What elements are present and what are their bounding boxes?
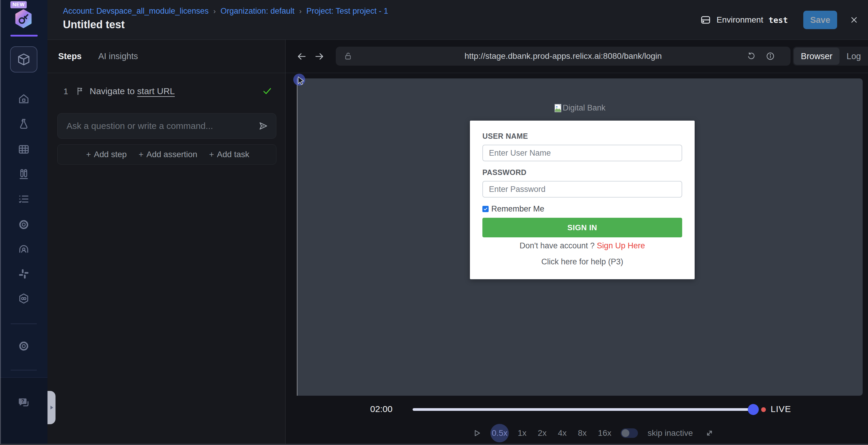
username-label: USER NAME <box>483 132 528 141</box>
speed-1x-button[interactable]: 1x <box>518 428 527 438</box>
topbar-actions: Environment test Save <box>700 0 859 40</box>
playback-controls: 0.5x 1x 2x 4x 8x 16x skip inactive <box>472 422 715 444</box>
page-title[interactable]: Untitled test <box>63 19 125 31</box>
add-task-button[interactable]: +Add task <box>209 150 249 159</box>
sidebar-item-configuration[interactable] <box>0 219 48 231</box>
test-columns-icon <box>18 168 30 180</box>
step-passed-check-icon <box>262 86 273 96</box>
speed-0-5x-button[interactable]: 0.5x <box>490 424 509 442</box>
sidebar-divider <box>11 324 37 324</box>
tab-log[interactable]: Log <box>839 51 868 61</box>
package-cube-icon <box>17 53 31 66</box>
check-icon <box>483 207 488 211</box>
close-button[interactable] <box>849 15 859 25</box>
step-actions-bar: +Add step +Add assertion +Add task <box>57 144 276 165</box>
sign-up-link[interactable]: Sign Up Here <box>597 241 645 250</box>
password-label: PASSWORD <box>483 168 527 177</box>
step-row[interactable]: 1 Navigate to start URL <box>48 81 286 103</box>
breadcrumb-project[interactable]: Project: Test project - 1 <box>306 6 388 16</box>
panel-collapse-handle[interactable] <box>48 391 56 424</box>
sidebar-divider <box>11 370 37 370</box>
step-description: Navigate to start URL <box>90 86 175 96</box>
sidebar-bottom-section: ? AU <box>0 377 48 445</box>
play-button[interactable] <box>472 428 482 438</box>
save-button[interactable]: Save <box>803 11 837 29</box>
new-badge: NEW <box>10 1 27 8</box>
speed-2x-button[interactable]: 2x <box>538 428 547 438</box>
broken-image-icon <box>555 104 562 113</box>
info-icon <box>766 51 775 61</box>
tab-steps[interactable]: Steps <box>58 51 82 61</box>
speed-8x-button[interactable]: 8x <box>578 428 587 438</box>
browser-panel: http://stage.dbank.prod-apps.relicx.ai:8… <box>286 40 868 445</box>
flag-icon <box>75 86 85 96</box>
tab-ai-insights[interactable]: AI insights <box>98 51 138 61</box>
play-icon <box>472 428 482 438</box>
remember-me-row: Remember Me <box>483 204 545 214</box>
send-command-button[interactable] <box>250 120 276 131</box>
fullscreen-button[interactable] <box>704 428 715 439</box>
replay-cursor <box>293 74 310 90</box>
sidebar-item-data-tables[interactable] <box>0 143 48 155</box>
browser-forward-button[interactable] <box>314 51 325 62</box>
environment-label: Environment <box>717 15 763 25</box>
timeline-track[interactable] <box>413 408 751 411</box>
sidebar-item-test-editor[interactable] <box>10 46 37 72</box>
hard-drive-icon <box>700 14 711 26</box>
environment-value[interactable]: test <box>769 16 788 25</box>
add-step-button[interactable]: +Add step <box>86 150 127 159</box>
password-field[interactable] <box>483 181 682 198</box>
tab-browser[interactable]: Browser <box>794 48 839 65</box>
sidebar-item-user-insights[interactable] <box>0 244 48 256</box>
sidebar-item-lab[interactable] <box>0 118 48 130</box>
sidebar-item-settings[interactable] <box>0 340 48 352</box>
topbar: Account: Devspace_all_module_licenses › … <box>48 0 868 40</box>
add-assertion-button[interactable]: +Add assertion <box>138 150 197 159</box>
speed-4x-button[interactable]: 4x <box>558 428 567 438</box>
command-input-container <box>57 113 276 139</box>
logo-underline <box>10 35 38 36</box>
skip-inactive-toggle[interactable] <box>621 428 638 438</box>
slack-icon <box>18 268 30 280</box>
step-text-prefix: Navigate to <box>90 86 137 96</box>
app-logo[interactable] <box>14 8 33 29</box>
expand-icon <box>704 428 715 439</box>
command-input[interactable] <box>58 121 250 131</box>
remember-me-label: Remember Me <box>491 204 545 214</box>
login-card: USER NAME PASSWORD Remember Me SIGN IN D… <box>470 121 695 279</box>
username-field[interactable] <box>483 145 682 161</box>
remember-me-checkbox[interactable] <box>483 206 489 212</box>
steps-panel: Steps AI insights 1 Navigate to start UR… <box>48 40 286 445</box>
sidebar-item-home[interactable] <box>0 93 48 105</box>
plus-icon: + <box>86 150 91 159</box>
help-link[interactable]: Click here for help (P3) <box>470 257 695 266</box>
url-text: http://stage.dbank.prod-apps.relicx.ai:8… <box>336 51 790 61</box>
speed-16x-button[interactable]: 16x <box>598 428 611 438</box>
info-button[interactable] <box>766 51 775 61</box>
sidebar-item-help[interactable]: ? <box>0 396 48 409</box>
send-icon <box>257 120 269 131</box>
reload-button[interactable] <box>747 51 756 61</box>
help-chat-icon: ? <box>17 396 30 409</box>
sidebar-item-runs-list[interactable] <box>0 193 48 205</box>
address-bar[interactable]: http://stage.dbank.prod-apps.relicx.ai:8… <box>336 47 790 66</box>
browser-viewport: Digital Bank USER NAME PASSWORD Remember… <box>297 79 863 396</box>
environment-selector[interactable] <box>700 14 711 26</box>
sidebar-item-integrations[interactable] <box>0 293 48 304</box>
lock-open-icon <box>343 51 353 61</box>
breadcrumb-organization[interactable]: Organization: default <box>221 6 294 16</box>
sign-in-button[interactable]: SIGN IN <box>483 218 682 237</box>
start-url-link[interactable]: start URL <box>137 86 175 96</box>
sidebar-item-slack[interactable] <box>0 268 48 280</box>
bank-logo-row: Digital Bank <box>298 103 863 113</box>
breadcrumb-account[interactable]: Account: Devspace_all_module_licenses <box>63 6 209 16</box>
flask-icon <box>18 118 30 130</box>
timeline-playhead[interactable] <box>748 404 759 415</box>
sidebar-item-test-suites[interactable] <box>0 168 48 180</box>
live-dot-icon <box>761 407 766 412</box>
plus-icon: + <box>138 150 144 159</box>
playback-time: 02:00 <box>370 404 393 414</box>
step-number: 1 <box>64 87 68 96</box>
live-label[interactable]: LIVE <box>771 404 791 414</box>
browser-back-button[interactable] <box>296 51 307 62</box>
